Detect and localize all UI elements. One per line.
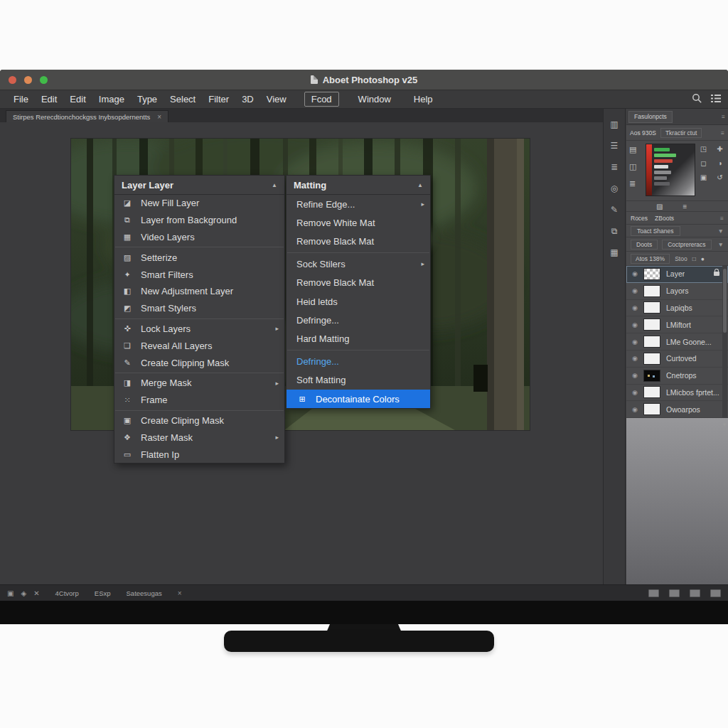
square-icon[interactable]: □ [692,255,696,262]
menu-file[interactable]: File [7,92,35,106]
submenu-item-refine-edge[interactable]: Refine Edge... ▸ [287,195,430,213]
visibility-eye-icon[interactable]: ◉ [632,304,643,311]
panel-tab[interactable]: Fasulonpcts [628,111,673,123]
layer-thumbnail[interactable] [643,353,660,365]
layer-row[interactable]: ◉ LMiftort [626,316,728,333]
menu-item-merge-mask[interactable]: ◨ Merge Mask ▸ [114,375,284,392]
layer-thumbnail[interactable] [643,268,660,280]
circle-icon[interactable]: ● [701,255,705,262]
visibility-eye-icon[interactable]: ◉ [632,338,643,346]
thumb-button-4[interactable] [710,589,721,597]
shapes-dropdown[interactable]: Toact Shanes [631,226,680,236]
subtab-menu-icon[interactable]: ≡ [721,129,724,136]
menu-item-smart-filters[interactable]: ✦ Smart Filters [114,266,284,283]
menu-item-lock-layers[interactable]: ✜ Lock Layers ▸ [114,321,284,338]
mid-tab-1[interactable]: Roces [631,215,648,222]
menu-item-layer-from-background[interactable]: ⧉ Layer from Background [114,212,284,229]
subtab-2[interactable]: Tkractir ctut [660,128,702,138]
link-icon[interactable]: ⧉ [611,227,618,236]
menu-item-new-adjustment-layer[interactable]: ◧ New Adjustment Layer [114,283,284,300]
shape-icon[interactable]: ◻ [700,159,706,167]
menu-item-setterize[interactable]: ▨ Setterize [114,249,284,266]
scroll-down-icon[interactable]: ▼ [722,422,727,428]
menu-item-smart-stylers[interactable]: ◩ Smart Stylers [114,300,284,317]
menu-help[interactable]: Help [407,92,439,106]
thumb-button-2[interactable] [669,589,680,597]
status-close-x[interactable]: × [178,589,182,597]
visibility-eye-icon[interactable]: ◉ [632,372,643,379]
close-window-button[interactable] [9,76,16,84]
pattern-icon[interactable]: ▨ [656,203,663,210]
menu-item-new-fill-layer[interactable]: ◪ New Fill Layer [114,195,284,212]
layers-scrollbar[interactable]: ▼ [722,266,727,418]
submenu-item-sock-stilers[interactable]: Sock Stilers ▸ [287,255,430,273]
hue-bar[interactable] [646,144,652,196]
sliders-icon[interactable]: ☰ [611,141,619,151]
levels-icon[interactable]: ≣ [629,179,636,188]
scrollbar-thumb[interactable] [723,269,727,333]
reset-icon[interactable]: ↺ [717,173,722,181]
menu-type[interactable]: Type [131,92,164,106]
status-lock-icon[interactable]: ▣ [7,589,14,597]
submenu-item-decontainate-colors[interactable]: ⊞ Decontainate Colors [287,390,430,408]
bar2-chevron-icon[interactable]: ▼ [718,241,724,248]
menu-item-frame[interactable]: ⁙ Frame [114,392,284,409]
menu-view[interactable]: View [260,92,293,106]
histogram-icon[interactable]: ▤ [629,145,636,154]
visibility-eye-icon[interactable]: ◉ [632,321,643,328]
submenu-item-hard-matting[interactable]: Hard Matting [287,330,430,348]
layer-thumbnail[interactable] [643,403,660,415]
brush-icon[interactable]: ✎ [611,205,618,215]
menu-filter[interactable]: Filter [202,92,235,106]
options-icon[interactable]: ≡ [682,203,687,210]
visibility-eye-icon[interactable]: ◉ [632,389,643,396]
tab-close-icon[interactable]: × [157,113,161,121]
mid-tabs-menu-icon[interactable]: ≡ [720,215,724,222]
blend-mode-dropdown[interactable]: Atos 138% [631,254,670,264]
menu-item-raster-mask[interactable]: ❖ Raster Mask ▸ [114,429,284,446]
target-icon[interactable]: ◎ [611,184,618,193]
layer-thumbnail[interactable] [643,285,660,297]
search-icon[interactable] [692,93,702,104]
layer-row[interactable]: ◉ Curtoved [626,350,728,368]
menu-item-create-clipping-mask[interactable]: ✎ Create Clipping Mask [114,354,284,371]
thumb-button-3[interactable] [690,589,700,597]
bar2-left-dropdown[interactable]: Doots [631,240,658,250]
panels-icon[interactable]: ▥ [610,120,618,129]
workspace-list-icon[interactable] [711,94,721,103]
visibility-eye-icon[interactable]: ◉ [632,270,643,277]
layer-thumbnail[interactable] [643,336,660,348]
subtab-1[interactable]: Aos 930S [630,129,656,136]
color-field[interactable] [646,144,695,196]
layer-row[interactable]: ◉ LMicbos fprtet... [626,385,728,402]
bar2-right-dropdown[interactable]: Coctprereracs [662,240,711,250]
layer-row[interactable]: ◉ Cnetrops [626,368,728,385]
matting-submenu-header[interactable]: Matting ▲ [287,176,430,195]
menu-item-reveal-all-layers[interactable]: ❏ Reveal All Layers [114,337,284,354]
menu-edit[interactable]: Edit [35,92,63,106]
visibility-eye-icon[interactable]: ◉ [632,355,643,362]
submenu-item-defringe[interactable]: Defringe... [287,311,430,329]
layer-row[interactable]: ◉ LMe Goone... [626,333,728,350]
panel-menu-icon[interactable]: ≡ [722,113,725,120]
mid-tab-2[interactable]: ZBoots [655,215,674,222]
minimize-window-button[interactable] [24,76,32,84]
menu-window[interactable]: Window [352,92,397,106]
grid-icon[interactable]: ▦ [610,248,618,257]
add-icon[interactable]: ✚ [717,145,722,153]
menu-3d[interactable]: 3D [235,92,260,106]
status-diamond-icon[interactable]: ◈ [21,589,26,597]
contrast-icon[interactable]: ◑ [717,159,722,167]
document-tab[interactable]: Stirpes Rerecdtionchockgss Inybsopdernen… [6,110,168,122]
crop-corner-icon[interactable]: ◳ [700,145,707,153]
layer-row[interactable]: ◉ Lapiqbs [626,300,728,317]
submenu-item-remove-black-mat-2[interactable]: Remove Black Mat [287,274,430,292]
menu-item-create-cliping-mask[interactable]: ▣ Create Cliping Mask [114,412,284,429]
thumb-button-1[interactable] [648,589,659,597]
status-close-icon[interactable]: ✕ [33,589,39,597]
layer-row-selected[interactable]: ◉ Layer [626,266,728,283]
channels-icon[interactable]: ◫ [629,162,636,171]
menu-image[interactable]: Image [92,92,131,106]
menu-edit-2[interactable]: Edit [63,92,92,106]
submenu-item-heid-letds[interactable]: Heid letds [287,292,430,311]
